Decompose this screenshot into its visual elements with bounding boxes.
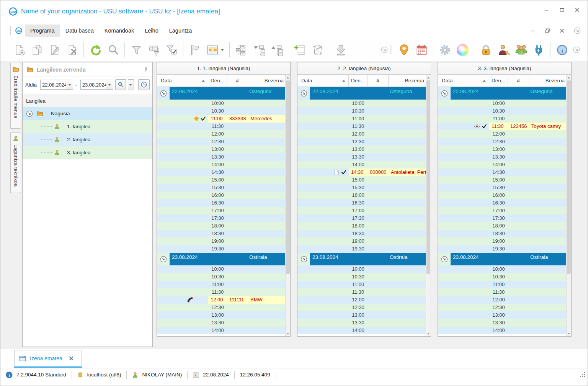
- time-slot-row[interactable]: 15:30: [157, 184, 286, 191]
- time-slot-row[interactable]: 16:00: [157, 191, 286, 199]
- time-slot-row[interactable]: 16:30: [297, 199, 426, 207]
- users-button[interactable]: [512, 41, 530, 59]
- day-group-row[interactable]: 23.08.2024Ostirala: [297, 253, 426, 265]
- time-slot-row[interactable]: 10:00: [438, 265, 567, 273]
- toolbar-overflow-icon[interactable]: [379, 41, 390, 59]
- menu-item-leiho[interactable]: Leiho: [140, 25, 163, 37]
- time-slot-row[interactable]: 14:00: [438, 327, 567, 334]
- delete-document-button[interactable]: [63, 41, 81, 59]
- scrollbar-thumb[interactable]: [426, 80, 430, 274]
- appointment-entry[interactable]: 11:00333333Mercedes: [208, 115, 286, 123]
- tree-expand-button[interactable]: [250, 41, 268, 59]
- edit-document-button[interactable]: [46, 41, 63, 59]
- time-slot-row[interactable]: 12:00: [438, 296, 567, 304]
- tab-izena-ematea[interactable]: Izena ematea: [14, 350, 82, 368]
- column-header-data[interactable]: Data: [157, 75, 208, 87]
- add-row-button[interactable]: [291, 41, 309, 59]
- group-collapse-icon[interactable]: [297, 87, 310, 100]
- time-slot-row[interactable]: 15:00: [157, 176, 286, 184]
- time-slot-row[interactable]: 10:00: [157, 100, 286, 107]
- appointment-row[interactable]: 11:00333333Mercedes: [157, 115, 286, 123]
- chevron-down-icon[interactable]: [106, 80, 113, 89]
- time-slot-row[interactable]: 13:30: [157, 319, 286, 327]
- sidebar-tab-user-menu[interactable]: Erabiltzaile menua: [10, 63, 21, 129]
- mdi-menu-overflow-icon[interactable]: [573, 26, 581, 35]
- time-slot-row[interactable]: 11:30: [297, 123, 426, 130]
- column-header-data[interactable]: Data: [297, 75, 349, 87]
- filter-columns-button[interactable]: [145, 41, 163, 59]
- time-slot-row[interactable]: 10:30: [438, 107, 567, 115]
- time-slot-row[interactable]: 16:00: [297, 191, 426, 199]
- time-slot-row[interactable]: 16:30: [157, 199, 286, 207]
- time-slot-row[interactable]: 11:30: [157, 123, 286, 130]
- vertical-scrollbar[interactable]: [426, 75, 431, 336]
- search-button[interactable]: [115, 79, 126, 90]
- vertical-scrollbar[interactable]: [285, 75, 290, 336]
- time-slot-row[interactable]: 14:30: [438, 168, 567, 176]
- group-collapse-icon[interactable]: [438, 87, 451, 100]
- time-slot-row[interactable]: 11:00: [297, 281, 426, 288]
- time-slot-row[interactable]: 14:00: [297, 327, 426, 334]
- time-slot-row[interactable]: 13:30: [297, 319, 426, 327]
- time-slot-row[interactable]: 16:30: [438, 199, 567, 207]
- time-slot-row[interactable]: 12:00: [297, 130, 426, 138]
- close-icon[interactable]: [69, 356, 74, 361]
- time-slot-row[interactable]: 10:00: [157, 265, 286, 273]
- resize-grip[interactable]: [580, 372, 585, 377]
- info-button[interactable]: i: [553, 41, 571, 59]
- column-header-data[interactable]: Data: [438, 75, 489, 87]
- flag-button[interactable]: [186, 41, 204, 59]
- column-header-number[interactable]: #: [227, 75, 248, 87]
- time-slot-row[interactable]: 12:30: [297, 304, 426, 311]
- minimize-button[interactable]: [543, 7, 550, 13]
- chevron-down-icon[interactable]: [66, 80, 73, 89]
- tree-item-2-langilea[interactable]: 2. langilea: [23, 133, 152, 146]
- time-slot-row[interactable]: 12:30: [157, 138, 286, 146]
- vertical-scrollbar[interactable]: [566, 75, 571, 336]
- column-header-denbora[interactable]: Den...: [349, 75, 368, 87]
- scroll-up-icon[interactable]: [567, 75, 571, 80]
- tree-item-1-langilea[interactable]: 1. langilea: [23, 120, 152, 133]
- tree-item-nagusia[interactable]: Nagusia: [23, 107, 152, 120]
- time-slot-row[interactable]: 18:30: [297, 230, 426, 237]
- time-slot-row[interactable]: 10:30: [438, 273, 567, 281]
- time-slot-row[interactable]: 13:30: [438, 153, 567, 161]
- time-slot-row[interactable]: 14:00: [157, 161, 286, 168]
- column-header-bezeroa[interactable]: Bezeroa: [248, 75, 286, 87]
- appointment-row[interactable]: 12:00111111BMW: [157, 296, 286, 304]
- time-slot-row[interactable]: 11:30: [157, 288, 286, 296]
- settings-button[interactable]: [436, 41, 454, 59]
- group-collapse-icon[interactable]: [438, 253, 451, 265]
- day-group-row[interactable]: 23.08.2024Ostirala: [438, 253, 567, 265]
- appointment-row[interactable]: 14:30000000Antolaketa: Perts: [297, 168, 426, 176]
- close-button[interactable]: [574, 7, 581, 13]
- time-slot-row[interactable]: 16:00: [438, 191, 567, 199]
- column-header-number[interactable]: #: [368, 75, 389, 87]
- time-slot-row[interactable]: 13:30: [438, 319, 567, 327]
- time-slot-row[interactable]: 17:30: [297, 214, 426, 222]
- sidebar-tab-support[interactable]: Laguntza teknikoa: [10, 132, 21, 193]
- column-header-bezeroa[interactable]: Bezeroa: [389, 75, 426, 87]
- maximize-button[interactable]: [559, 7, 565, 13]
- time-slot-row[interactable]: 13:00: [438, 146, 567, 153]
- menu-item-programa[interactable]: Programa: [25, 25, 60, 37]
- time-slot-row[interactable]: 10:30: [297, 107, 426, 115]
- appointment-entry[interactable]: 14:30000000Antolaketa: Perts: [349, 168, 426, 176]
- time-slot-row[interactable]: 14:00: [438, 161, 567, 168]
- time-slot-row[interactable]: 13:30: [157, 153, 286, 161]
- date-to-combobox[interactable]: 23.08.2024: [80, 80, 113, 90]
- time-slot-row[interactable]: 19:00: [438, 237, 567, 245]
- time-slot-row[interactable]: 13:00: [438, 311, 567, 319]
- day-group-row[interactable]: 23.08.2024Ostirala: [157, 253, 286, 265]
- column-header-denbora[interactable]: Den...: [489, 75, 508, 87]
- scroll-down-icon[interactable]: [286, 331, 290, 336]
- time-slot-row[interactable]: 18:00: [297, 222, 426, 230]
- scroll-down-icon[interactable]: [426, 331, 431, 336]
- time-slot-row[interactable]: 17:00: [157, 207, 286, 214]
- time-slot-row[interactable]: 10:30: [157, 273, 286, 281]
- mdi-minimize-button[interactable]: [529, 27, 536, 34]
- time-slot-row[interactable]: 14:30: [157, 168, 286, 176]
- tree-column-header[interactable]: Langilea: [23, 95, 152, 107]
- appointment-entry[interactable]: 12:00111111BMW: [208, 296, 286, 304]
- time-filter-button[interactable]: [138, 79, 150, 90]
